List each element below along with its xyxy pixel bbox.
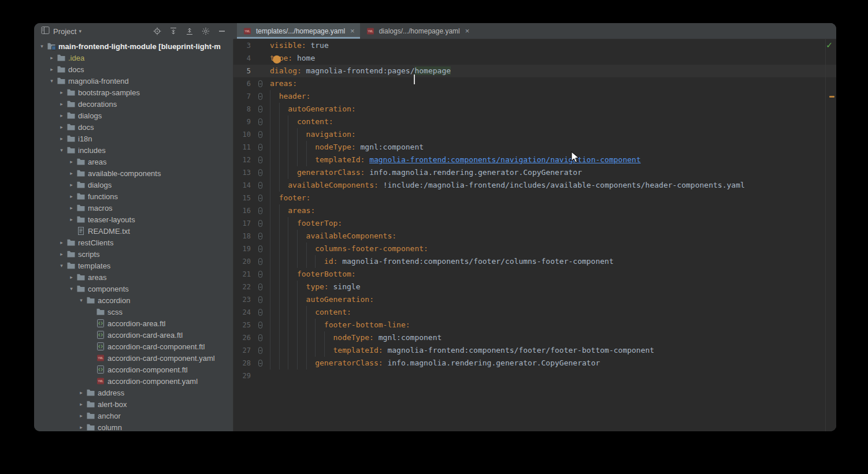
line-number[interactable]: 12 — [233, 154, 251, 166]
line-number[interactable]: 21 — [233, 268, 251, 281]
code-line[interactable]: 6areas: — [233, 77, 836, 90]
code-text[interactable]: content: — [270, 115, 836, 128]
line-number[interactable]: 5 — [233, 65, 251, 77]
tab-templates-homepage-yaml[interactable]: YMLtemplates/.../homepage.yaml× — [237, 23, 360, 39]
chevron-closed-icon[interactable]: ▸ — [57, 89, 66, 95]
code-line[interactable]: 18availableComponents: — [233, 230, 836, 242]
chevron-closed-icon[interactable]: ▸ — [57, 136, 66, 141]
tree-item-templates[interactable]: ▾templates — [34, 260, 233, 271]
chevron-closed-icon[interactable]: ▸ — [67, 170, 76, 176]
tree-item-alert-box[interactable]: ▸alert-box — [34, 398, 233, 410]
chevron-open-icon[interactable]: ▾ — [57, 147, 66, 153]
line-number[interactable]: 24 — [233, 306, 251, 319]
code-line[interactable]: 15footer: — [233, 192, 836, 204]
chevron-open-icon[interactable]: ▾ — [38, 43, 46, 49]
chevron-closed-icon[interactable]: ▸ — [57, 124, 66, 130]
chevron-closed-icon[interactable]: ▸ — [77, 401, 86, 407]
tree-item-accordion-component-yaml[interactable]: YMLaccordion-component.yaml — [34, 375, 233, 387]
chevron-closed-icon[interactable]: ▸ — [67, 274, 76, 280]
line-number[interactable]: 3 — [233, 39, 251, 52]
tree-item-restclients[interactable]: ▸restClients — [34, 237, 233, 248]
tree-item-readme-txt[interactable]: README.txt — [34, 225, 233, 237]
line-number[interactable]: 26 — [233, 331, 251, 344]
code-text[interactable]: templateId: magnolia-frontend:components… — [270, 154, 836, 166]
code-text[interactable]: navigation: — [270, 128, 836, 141]
line-number[interactable]: 7 — [233, 90, 251, 103]
chevron-closed-icon[interactable]: ▸ — [57, 240, 66, 245]
chevron-closed-icon[interactable]: ▸ — [67, 193, 76, 199]
code-text[interactable]: type: single — [270, 281, 836, 293]
hide-icon[interactable] — [215, 24, 229, 38]
tree-item-decorations[interactable]: ▸decorations — [34, 98, 233, 110]
chevron-open-icon[interactable]: ▾ — [77, 297, 86, 303]
code-line[interactable]: 17footerTop: — [233, 217, 836, 230]
code-text[interactable]: footerBottom: — [270, 268, 836, 281]
tree-item-docs[interactable]: ▸docs — [34, 64, 233, 75]
tree-item-bootstrap-samples[interactable]: ▸bootstrap-samples — [34, 87, 233, 98]
code-line[interactable]: 4type: home — [233, 52, 836, 65]
collapse-all-icon[interactable] — [183, 24, 196, 38]
code-text[interactable]: nodeType: mgnl:component — [270, 331, 836, 344]
tree-item-magnolia-frontend[interactable]: ▾magnolia-frontend — [34, 75, 233, 87]
locate-icon[interactable] — [150, 24, 164, 38]
code-text[interactable]: footerTop: — [270, 217, 836, 230]
expand-all-icon[interactable] — [166, 24, 180, 38]
code-text[interactable]: generatorClass: info.magnolia.rendering.… — [270, 166, 836, 179]
code-text[interactable]: dialog: magnolia-frontend:pages/homepage — [270, 65, 836, 77]
chevron-closed-icon[interactable]: ▸ — [47, 55, 56, 61]
tree-item-functions[interactable]: ▸functions — [34, 191, 233, 202]
chevron-closed-icon[interactable]: ▸ — [67, 217, 76, 222]
tree-item-column[interactable]: ▸column — [34, 421, 233, 431]
navigation-hyperlink[interactable]: magnolia-frontend:components/navigation/… — [369, 155, 641, 164]
chevron-closed-icon[interactable]: ▸ — [67, 205, 76, 211]
code-line[interactable]: 21footerBottom: — [233, 268, 836, 281]
chevron-closed-icon[interactable]: ▸ — [57, 251, 66, 257]
code-line[interactable]: 25footer-bottom-line: — [233, 319, 836, 331]
settings-icon[interactable] — [199, 24, 213, 38]
chevron-closed-icon[interactable]: ▸ — [77, 390, 86, 395]
line-number[interactable]: 28 — [233, 357, 251, 370]
line-number[interactable]: 29 — [233, 370, 251, 382]
line-number[interactable]: 22 — [233, 281, 251, 293]
tree-item-idea[interactable]: ▸.idea — [34, 52, 233, 64]
code-text[interactable]: footer-bottom-line: — [270, 319, 836, 331]
code-line[interactable]: 12templateId: magnolia-frontend:componen… — [233, 154, 836, 166]
code-text[interactable]: autoGeneration: — [270, 103, 836, 115]
tree-item-components[interactable]: ▾components — [34, 283, 233, 294]
tree-item-teaser-layouts[interactable]: ▸teaser-layouts — [34, 214, 233, 225]
tree-item-areas[interactable]: ▸areas — [34, 156, 233, 167]
code-line[interactable]: 19columns-footer-component: — [233, 242, 836, 255]
chevron-closed-icon[interactable]: ▸ — [57, 113, 66, 118]
line-number[interactable]: 8 — [233, 103, 251, 115]
tree-item-scss[interactable]: scss — [34, 306, 233, 318]
chevron-closed-icon[interactable]: ▸ — [67, 159, 76, 165]
tree-item-accordion[interactable]: ▾accordion — [34, 294, 233, 306]
tree-item-accordion-card-component-yaml[interactable]: YMLaccordion-card-component.yaml — [34, 352, 233, 364]
chevron-closed-icon[interactable]: ▸ — [67, 182, 76, 188]
code-text[interactable] — [270, 370, 836, 382]
code-text[interactable]: id: magnolia-frontend:components/footer/… — [270, 255, 836, 268]
line-number[interactable]: 14 — [233, 179, 251, 192]
code-line[interactable]: 14availableComponents: !include:/magnoli… — [233, 179, 836, 192]
tree-item-areas[interactable]: ▸areas — [34, 271, 233, 283]
code-text[interactable]: availableComponents: — [270, 230, 836, 242]
code-line[interactable]: 9content: — [233, 115, 836, 128]
line-number[interactable]: 6 — [233, 77, 251, 90]
error-stripe-mark[interactable] — [829, 96, 834, 98]
inspection-ok-icon[interactable]: ✓ — [826, 40, 833, 50]
chevron-closed-icon[interactable]: ▸ — [77, 424, 86, 430]
tree-item-scripts[interactable]: ▸scripts — [34, 248, 233, 260]
chevron-closed-icon[interactable]: ▸ — [77, 413, 86, 419]
tree-item-i18n[interactable]: ▸i18n — [34, 133, 233, 144]
chevron-open-icon[interactable]: ▾ — [47, 78, 56, 84]
chevron-open-icon[interactable]: ▾ — [57, 263, 66, 268]
code-line[interactable]: 13generatorClass: info.magnolia.renderin… — [233, 166, 836, 179]
code-text[interactable]: autoGeneration: — [270, 293, 836, 306]
code-text[interactable]: footer: — [270, 192, 836, 204]
code-line[interactable]: 26nodeType: mgnl:component — [233, 331, 836, 344]
chevron-closed-icon[interactable]: ▸ — [47, 66, 56, 72]
tree-item-anchor[interactable]: ▸anchor — [34, 410, 233, 421]
code-text[interactable]: visible: true — [270, 39, 836, 52]
line-number[interactable]: 17 — [233, 217, 251, 230]
code-text[interactable]: availableComponents: !include:/magnolia-… — [270, 179, 836, 192]
